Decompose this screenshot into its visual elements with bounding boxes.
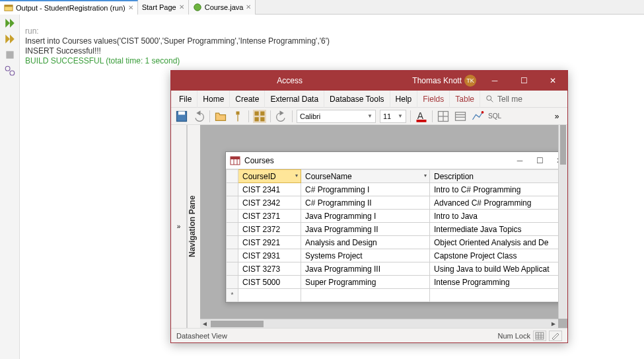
tab-table[interactable]: Table (450, 91, 480, 108)
stop-icon[interactable] (4, 49, 16, 61)
tell-me-search[interactable]: Tell me (485, 95, 522, 104)
table-row[interactable]: CIST 2342C# Programming IIAdvanced C# Pr… (227, 196, 568, 210)
tab-output[interactable]: Output - StudentRegistration (run) ✕ (0, 0, 138, 15)
save-icon[interactable] (175, 110, 188, 123)
tab-home[interactable]: Home (197, 91, 230, 108)
font-color-icon[interactable]: A (415, 110, 428, 123)
scroll-thumb[interactable] (560, 125, 566, 165)
size-combo[interactable]: 11 ▼ (380, 110, 406, 123)
run-icon[interactable] (4, 17, 16, 29)
row-selector[interactable] (227, 276, 238, 289)
datasheet-view-icon[interactable] (533, 331, 546, 341)
tab-start-page[interactable]: Start Page ✕ (138, 0, 189, 15)
row-selector[interactable] (227, 196, 238, 210)
table-row[interactable]: CIST 2341C# Programming IIntro to C# Pro… (227, 183, 568, 196)
access-title-bar[interactable]: Access Thomas Knott TK ─ ☐ ✕ (171, 71, 567, 91)
table-row[interactable]: CIST 2931Systems ProjectCapstone Project… (227, 249, 568, 262)
cell-description[interactable]: Object Oriented Analysis and De (430, 236, 568, 249)
font-combo[interactable]: Calibri ▼ (297, 110, 376, 123)
sql-button[interactable]: SQL (488, 110, 501, 123)
cell-coursename[interactable]: Java Programming II (301, 223, 430, 236)
cell-description[interactable]: Intro to Java (430, 210, 568, 223)
cell-courseid[interactable] (238, 289, 301, 302)
row-selector[interactable] (227, 223, 238, 236)
chevron-down-icon[interactable]: ▾ (424, 173, 427, 179)
column-header-description[interactable]: Description (430, 170, 568, 183)
design-view-icon[interactable] (549, 331, 562, 341)
cell-description[interactable]: Intense Programming (430, 276, 568, 289)
view-icon[interactable] (253, 110, 266, 123)
table-row[interactable]: CIST 2921Analysis and DesignObject Orien… (227, 236, 568, 249)
cell-description[interactable] (430, 289, 568, 302)
table-row[interactable]: CIST 2371Java Programming IIntro to Java (227, 210, 568, 223)
scroll-left-icon[interactable]: ◄ (200, 320, 209, 327)
maximize-button[interactable]: ☐ (530, 156, 550, 165)
close-icon[interactable]: ✕ (179, 3, 184, 11)
nav-collapse-button[interactable]: » (171, 125, 187, 328)
cell-coursename[interactable]: Java Programming III (301, 262, 430, 276)
tab-help[interactable]: Help (390, 91, 418, 108)
scroll-right-icon[interactable]: ► (549, 320, 558, 327)
column-header-coursename[interactable]: CourseName▾ (301, 170, 430, 183)
table-row[interactable]: CIST 5000Super ProgrammingIntense Progra… (227, 276, 568, 289)
tab-external-data[interactable]: External Data (265, 91, 324, 108)
cell-coursename[interactable]: C# Programming II (301, 196, 430, 210)
cell-courseid[interactable]: CIST 3273 (238, 262, 301, 276)
cell-description[interactable]: Intro to C# Programming (430, 183, 568, 196)
row-selector-header[interactable] (227, 170, 238, 183)
row-selector[interactable] (227, 236, 238, 249)
minimize-button[interactable]: ─ (480, 71, 509, 91)
cell-description[interactable]: Advanced C# Programming (430, 196, 568, 210)
redo-icon[interactable] (275, 110, 288, 123)
chart-icon[interactable] (471, 110, 484, 123)
settings-icon[interactable] (4, 65, 16, 77)
cell-coursename[interactable]: Analysis and Design (301, 236, 430, 249)
courses-title-bar[interactable]: Courses ─ ☐ ✕ (226, 152, 567, 169)
filter-icon[interactable] (231, 110, 244, 123)
cell-courseid[interactable]: CIST 2371 (238, 210, 301, 223)
cell-coursename[interactable]: Super Programming (301, 276, 430, 289)
cell-description[interactable]: Using Java to build Web Applicat (430, 262, 568, 276)
folder-icon[interactable] (214, 110, 227, 123)
undo-icon[interactable] (192, 110, 205, 123)
vertical-scrollbar[interactable] (558, 125, 567, 319)
tab-database-tools[interactable]: Database Tools (324, 91, 390, 108)
cell-description[interactable]: Intermediate Java Topics (430, 223, 568, 236)
close-button[interactable]: ✕ (538, 71, 567, 91)
cell-description[interactable]: Capstone Project Class (430, 249, 568, 262)
table-row[interactable]: CIST 3273Java Programming IIIUsing Java … (227, 262, 568, 276)
close-icon[interactable]: ✕ (128, 4, 133, 11)
cell-coursename[interactable] (301, 289, 430, 302)
maximize-button[interactable]: ☐ (509, 71, 538, 91)
horizontal-scrollbar[interactable]: ◄ ► (200, 319, 558, 328)
tab-file[interactable]: File (174, 91, 197, 108)
row-selector[interactable] (227, 210, 238, 223)
cell-courseid[interactable]: CIST 2921 (238, 236, 301, 249)
tab-course-java[interactable]: Course.java ✕ (189, 0, 256, 15)
minimize-button[interactable]: ─ (510, 156, 530, 165)
chevron-down-icon[interactable]: ▾ (295, 173, 298, 179)
cell-courseid[interactable]: CIST 2341 (238, 183, 301, 196)
cell-courseid[interactable]: CIST 5000 (238, 276, 301, 289)
new-row-marker[interactable]: * (227, 289, 238, 302)
user-chip[interactable]: Thomas Knott TK (408, 75, 480, 87)
row-selector[interactable] (227, 249, 238, 262)
overflow-icon[interactable]: » (550, 110, 563, 123)
courses-grid[interactable]: CourseID▾ CourseName▾ Description CIST 2… (226, 169, 567, 302)
cell-courseid[interactable]: CIST 2372 (238, 223, 301, 236)
close-icon[interactable]: ✕ (246, 3, 251, 11)
cell-courseid[interactable]: CIST 2931 (238, 249, 301, 262)
run-step-icon[interactable] (4, 33, 16, 45)
cell-coursename[interactable]: C# Programming I (301, 183, 430, 196)
cell-coursename[interactable]: Java Programming I (301, 210, 430, 223)
cell-coursename[interactable]: Systems Project (301, 249, 430, 262)
row-selector[interactable] (227, 262, 238, 276)
row-selector[interactable] (227, 183, 238, 196)
tab-fields[interactable]: Fields (417, 91, 450, 108)
grid-icon[interactable] (437, 110, 450, 123)
cell-courseid[interactable]: CIST 2342 (238, 196, 301, 210)
tab-create[interactable]: Create (230, 91, 265, 108)
navigation-pane[interactable]: Navigation Pane (187, 125, 200, 328)
table-row[interactable]: CIST 2372Java Programming IIIntermediate… (227, 223, 568, 236)
table-icon[interactable] (454, 110, 467, 123)
